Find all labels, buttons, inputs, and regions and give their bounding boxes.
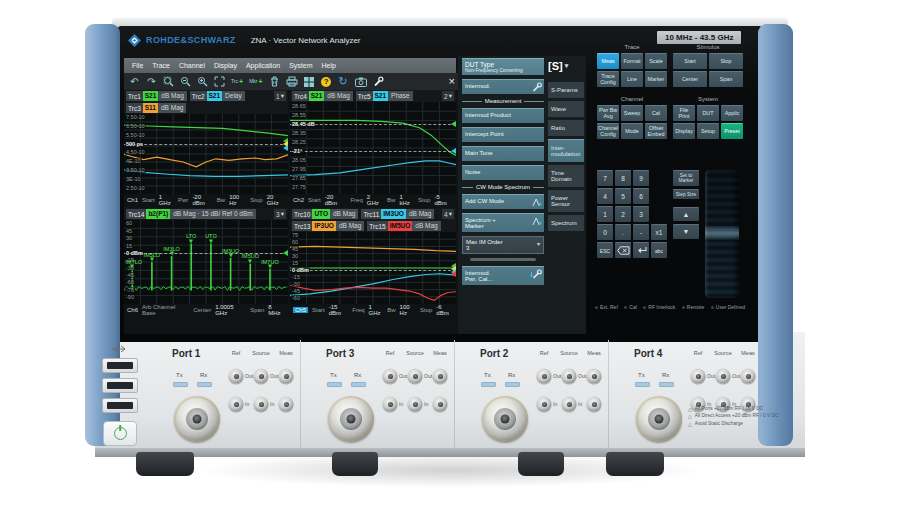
tab-s-params[interactable]: S-Params — [548, 82, 584, 98]
menu-item-file[interactable]: File — [132, 62, 143, 69]
keypad-key-7[interactable]: 7 — [597, 170, 613, 186]
side-key-set-to-marker[interactable]: Set to Marker — [673, 170, 699, 186]
screenshot-icon[interactable] — [355, 75, 367, 88]
keypad-key-0[interactable]: 0 — [597, 224, 613, 240]
trace-chip-trc11[interactable]: Trc11IM3UOdB Mag — [361, 209, 434, 219]
softkey-noise[interactable]: Noise — [462, 165, 544, 180]
keypad-key-abc[interactable]: abc — [651, 242, 667, 258]
chart-window-1[interactable]: Trc1S21dB MagTrc2S21Delay1▾Trc3S11dB Mag… — [124, 90, 288, 206]
chart-window-4[interactable]: Trc10UTOdB MagTrc11IM3UOdB Mag4▾Trc13IP3… — [290, 208, 456, 316]
softkey-add-cw-mode[interactable]: Add CW Mode — [462, 194, 544, 209]
power-button[interactable] — [103, 421, 137, 446]
hardkey-stop[interactable]: Stop — [709, 53, 743, 69]
keypad-key-esc[interactable]: ESC — [597, 242, 613, 258]
menu-item-system[interactable]: System — [289, 62, 312, 69]
menu-item-display[interactable]: Display — [214, 62, 237, 69]
plot-area[interactable]: 7.50-106.50-105.50-10500 ps4.50-104E-103… — [124, 114, 288, 194]
trace-chip-trc13[interactable]: Trc13IP3UOdB Mag — [292, 221, 364, 231]
undo-icon[interactable]: ↶ — [129, 75, 140, 88]
channel-badge[interactable]: Ch6 — [127, 307, 138, 313]
keypad-key-6[interactable]: 6 — [633, 188, 649, 204]
help-icon[interactable]: ? — [321, 75, 332, 88]
down-arrow-key[interactable]: ▼ — [673, 224, 699, 239]
hardkey-line[interactable]: Line — [621, 71, 643, 87]
hardkey-marker[interactable]: Marker — [645, 71, 667, 87]
up-arrow-key[interactable]: ▲ — [673, 207, 699, 222]
zoom-out-icon[interactable] — [180, 75, 191, 88]
add-marker-icon[interactable]: Mkr+ — [249, 75, 262, 88]
hardkey-start[interactable]: Start — [673, 53, 707, 69]
redo-icon[interactable]: ↷ — [146, 75, 157, 88]
full-span-icon[interactable] — [214, 75, 225, 88]
menu-item-channel[interactable]: Channel — [179, 62, 205, 69]
backspace-key[interactable] — [615, 242, 631, 258]
softkey-main-tone[interactable]: Main Tone — [462, 146, 544, 161]
keypad-key-8[interactable]: 8 — [615, 170, 631, 186]
keypad-key-9[interactable]: 9 — [633, 170, 649, 186]
sync-icon[interactable]: ↻ — [338, 75, 349, 88]
dut-type-button[interactable]: DUT Type Non-Frequency Converting — [462, 58, 544, 75]
menu-item-help[interactable]: Help — [322, 62, 336, 69]
plot-area[interactable]: 75604530150 dBm-15-30-45-60 — [290, 232, 456, 304]
channel-badge[interactable]: Ch2 — [293, 197, 304, 203]
hardkey-setup[interactable]: Setup — [697, 123, 719, 139]
menu-item-trace[interactable]: Trace — [152, 62, 170, 69]
trace-chip-trc10[interactable]: Trc10UTOdB Mag — [292, 209, 358, 219]
tab-inter-modulation[interactable]: Inter-modulation — [548, 139, 584, 162]
softkey-intercept-point[interactable]: Intercept Point — [462, 127, 544, 142]
trace-chip-trc5[interactable]: Trc5S21Phase — [356, 91, 413, 101]
keypad-key-minus[interactable]: - — [633, 224, 649, 240]
virtual-knob[interactable] — [705, 170, 739, 298]
softkey-intermod-[interactable]: Intermod.Pwr. Cal... — [462, 266, 544, 285]
tab-time-domain[interactable]: Time Domain — [548, 165, 584, 187]
channel-badge[interactable]: Ch1 — [127, 197, 138, 203]
windows-icon[interactable] — [304, 75, 315, 88]
hardkey-scale[interactable]: Scale — [645, 53, 667, 69]
hardkey-cal[interactable]: Cal — [645, 105, 667, 121]
keypad-key-2[interactable]: 2 — [615, 206, 631, 222]
trace-chip-trc2[interactable]: Trc2S21Delay — [190, 91, 245, 101]
zoom-select-icon[interactable] — [163, 75, 174, 88]
softkey-intermod-[interactable]: Intermod. — [462, 79, 544, 94]
hardkey-offset-embed[interactable]: Offset Embed — [645, 123, 667, 139]
keypad-key-5[interactable]: 5 — [615, 188, 631, 204]
window-selector[interactable]: 4▾ — [442, 209, 454, 219]
plot-area[interactable]: 604530150 dBm-15-30-45-60-75-90IM7LOIM5L… — [124, 220, 288, 304]
zoom-in-icon[interactable] — [197, 75, 208, 88]
keypad-key-1[interactable]: 1 — [597, 206, 613, 222]
softkey-spectrum-[interactable]: Spectrum +Marker — [462, 213, 544, 232]
hardkey-format[interactable]: Format — [621, 53, 643, 69]
softkey-dropdown-max-im-order[interactable]: Max IM Order3▾ — [462, 236, 544, 254]
trace-chip-trc14[interactable]: Trc14b2(P1)dB Mag · 15 dB/ Ref 0 dBm — [126, 209, 256, 219]
trace-chip-trc3[interactable]: Trc3S11dB Mag — [126, 103, 186, 113]
softkey-intermod-product[interactable]: Intermod Product — [462, 108, 544, 123]
window-selector[interactable]: 2▾ — [442, 91, 454, 101]
close-icon[interactable]: × — [449, 74, 455, 89]
plot-area[interactable]: 28.6528.5528.45 dB28.3528.25-21°28.0527.… — [290, 102, 456, 194]
hardkey-dut[interactable]: DUT — [697, 105, 719, 121]
tab-ratio[interactable]: Ratio — [548, 120, 584, 136]
keypad-key-x1[interactable]: x1 — [651, 224, 667, 240]
setup-icon[interactable] — [373, 75, 384, 88]
trace-chip-trc1[interactable]: Trc1S21dB Mag — [126, 91, 187, 101]
hardkey-sweep[interactable]: Sweep — [621, 105, 643, 121]
tab-spectrum[interactable]: Spectrum — [548, 215, 584, 231]
s-params-badge[interactable]: [S] ▾ — [548, 60, 584, 72]
keypad-key-4[interactable]: 4 — [597, 188, 613, 204]
hardkey-file-print[interactable]: File Print — [673, 105, 695, 121]
channel-badge[interactable]: Ch5 — [293, 307, 308, 313]
chart-window-2[interactable]: Trc4S21dB MagTrc5S21Phase2▾28.6528.5528.… — [290, 90, 456, 206]
tab-power-sensor[interactable]: Power Sensor — [548, 190, 584, 212]
hardkey-preset[interactable]: Preset — [721, 123, 743, 139]
hardkey-display[interactable]: Display — [673, 123, 695, 139]
hardkey-pwr-bw-avg[interactable]: Pwr Bw Avg — [597, 105, 619, 121]
print-icon[interactable] — [286, 75, 298, 88]
hardkey-center[interactable]: Center — [673, 71, 707, 87]
hardkey-trace-config[interactable]: Trace Config — [597, 71, 619, 87]
window-selector[interactable]: 1▾ — [274, 91, 286, 101]
keypad-key-dot[interactable]: . — [615, 224, 631, 240]
hardkey-applic[interactable]: Applic — [721, 105, 743, 121]
tab-wave[interactable]: Wave — [548, 101, 584, 117]
hardkey-meas[interactable]: Meas — [597, 53, 619, 69]
enter-key[interactable] — [633, 242, 649, 258]
